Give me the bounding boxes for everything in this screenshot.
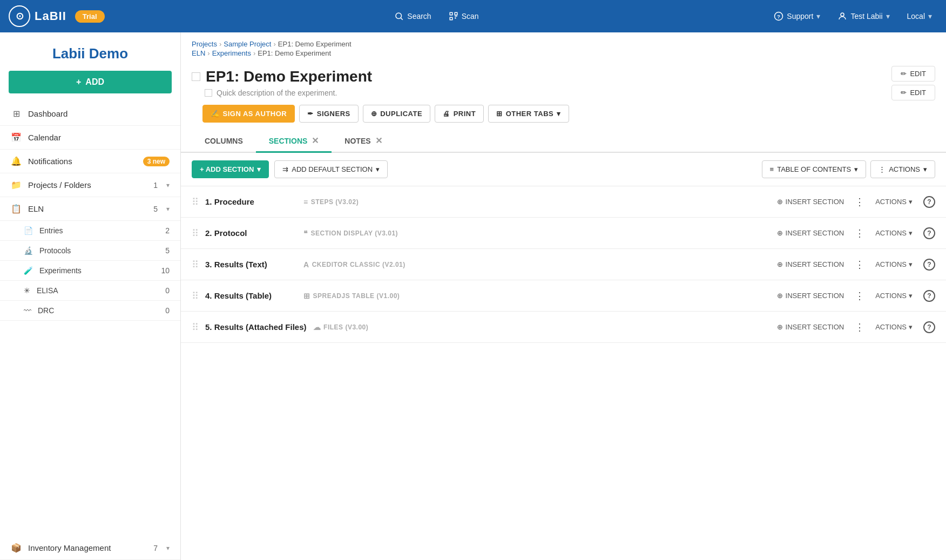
- content-area: Projects › Sample Project › EP1: Demo Ex…: [181, 32, 946, 560]
- insert-section-button[interactable]: ⊕ INSERT SECTION: [772, 195, 850, 208]
- edit-buttons: ✏ EDIT ✏ EDIT: [891, 66, 935, 100]
- insert-section-button[interactable]: ⊕ INSERT SECTION: [772, 320, 850, 334]
- signers-label: SIGNERS: [317, 110, 350, 118]
- help-icon[interactable]: ?: [923, 227, 935, 239]
- insert-section-button[interactable]: ⊕ INSERT SECTION: [772, 289, 850, 302]
- experiments-count: 10: [161, 266, 170, 275]
- section-type-label: SECTION DISPLAY (V3.01): [311, 230, 398, 237]
- sidebar-item-label: Projects / Folders: [28, 180, 147, 190]
- sidebar-item-calendar[interactable]: 📅 Calendar: [0, 126, 180, 150]
- edit-button-2[interactable]: ✏ EDIT: [891, 85, 935, 100]
- support-label: Support: [787, 12, 813, 21]
- sidebar-item-entries[interactable]: 📄 Entries 2: [0, 221, 180, 241]
- sign-as-author-button[interactable]: ✍ SIGN AS AUTHOR: [202, 105, 295, 123]
- section-actions-button[interactable]: ACTIONS ▾: [870, 320, 918, 334]
- other-tabs-button[interactable]: ⊞ OTHER TABS ▾: [488, 105, 569, 123]
- pencil-icon-2: ✏: [901, 89, 907, 97]
- section-type-label: CKEDITOR CLASSIC (V2.01): [312, 261, 406, 268]
- tab-notes-close[interactable]: ✕: [375, 136, 382, 146]
- toolbar-right: ≡ TABLE OF CONTENTS ▾ ⋮ ACTIONS ▾: [762, 160, 935, 178]
- breadcrumb-current-2: EP1: Demo Experiment: [258, 49, 331, 57]
- locale-button[interactable]: Local ▾: [902, 9, 937, 24]
- breadcrumb-experiments[interactable]: Experiments: [212, 49, 251, 57]
- section-row-right: ⊕ INSERT SECTION ⋮ ACTIONS ▾ ?: [772, 289, 935, 302]
- vertical-dots-icon: ⋮: [855, 321, 864, 333]
- edit-button-1[interactable]: ✏ EDIT: [891, 66, 935, 82]
- sections-actions-button[interactable]: ⋮ ACTIONS ▾: [870, 160, 935, 178]
- tabs-icon: ⊞: [496, 110, 503, 118]
- search-button[interactable]: Search: [389, 8, 436, 24]
- print-button[interactable]: 🖨 PRINT: [435, 105, 484, 123]
- breadcrumb: Projects › Sample Project › EP1: Demo Ex…: [181, 32, 946, 62]
- duplicate-icon: ⊕: [371, 110, 377, 118]
- sidebar-item-protocols[interactable]: 🔬 Protocols 5: [0, 241, 180, 261]
- drag-handle[interactable]: ⠿: [192, 227, 199, 239]
- drag-handle[interactable]: ⠿: [192, 290, 199, 302]
- svg-rect-2: [450, 12, 452, 15]
- drag-handle[interactable]: ⠿: [192, 196, 199, 208]
- tab-sections-label: SECTIONS: [269, 137, 308, 145]
- help-icon[interactable]: ?: [923, 290, 935, 302]
- sidebar-item-projects[interactable]: 📁 Projects / Folders 1 ▾: [0, 173, 180, 197]
- insert-label: INSERT SECTION: [786, 229, 844, 237]
- section-actions-button[interactable]: ACTIONS ▾: [870, 258, 918, 271]
- section-actions-button[interactable]: ACTIONS ▾: [870, 195, 918, 208]
- help-icon[interactable]: ?: [923, 321, 935, 333]
- tab-notes[interactable]: NOTES ✕: [332, 130, 395, 153]
- add-section-button[interactable]: + ADD SECTION ▾: [192, 160, 269, 178]
- add-button[interactable]: + ADD: [9, 71, 172, 93]
- inventory-icon: 📦: [11, 543, 22, 553]
- sections-actions-label: ACTIONS: [889, 165, 920, 173]
- tab-sections-close[interactable]: ✕: [312, 136, 319, 146]
- help-icon[interactable]: ?: [923, 259, 935, 271]
- elisa-count: 0: [165, 286, 170, 295]
- add-default-label: ADD DEFAULT SECTION: [292, 165, 373, 173]
- vertical-dots-icon: ⋮: [855, 290, 864, 302]
- trial-badge: Trial: [75, 10, 105, 23]
- desc-checkbox[interactable]: [205, 89, 212, 97]
- support-button[interactable]: ? Support ▾: [768, 8, 826, 24]
- sidebar-item-eln[interactable]: 📋 ELN 5 ▾: [0, 197, 180, 221]
- elisa-icon: ✳: [24, 286, 30, 295]
- tab-columns-label: COLUMNS: [205, 137, 243, 145]
- breadcrumb-eln[interactable]: ELN: [192, 49, 205, 57]
- add-default-section-button[interactable]: ⇉ ADD DEFAULT SECTION ▾: [274, 160, 388, 178]
- tab-columns[interactable]: COLUMNS: [192, 131, 256, 152]
- section-type-label: FILES (V3.00): [323, 323, 368, 331]
- svg-rect-5: [455, 17, 456, 18]
- sidebar-item-drc[interactable]: 〰 DRC 0: [0, 301, 180, 321]
- title-checkbox[interactable]: [192, 72, 200, 81]
- sidebar-item-dashboard[interactable]: ⊞ Dashboard: [0, 102, 180, 126]
- sidebar-item-experiments[interactable]: 🧪 Experiments 10: [0, 261, 180, 281]
- scan-button[interactable]: Scan: [443, 8, 484, 24]
- drag-handle[interactable]: ⠿: [192, 321, 199, 333]
- table-of-contents-button[interactable]: ≡ TABLE OF CONTENTS ▾: [762, 160, 867, 178]
- chevron-down-icon: ▾: [166, 205, 170, 213]
- duplicate-button[interactable]: ⊕ DUPLICATE: [363, 105, 430, 123]
- sidebar-item-elisa[interactable]: ✳ ELISA 0: [0, 281, 180, 301]
- help-icon[interactable]: ?: [923, 196, 935, 208]
- insert-section-button[interactable]: ⊕ INSERT SECTION: [772, 258, 850, 271]
- insert-section-button[interactable]: ⊕ INSERT SECTION: [772, 226, 850, 240]
- breadcrumb-projects[interactable]: Projects: [192, 40, 217, 48]
- section-actions-button[interactable]: ACTIONS ▾: [870, 226, 918, 240]
- eln-icon: 📋: [11, 204, 22, 214]
- actions-label: ACTIONS: [875, 292, 907, 300]
- breadcrumb-sample-project[interactable]: Sample Project: [224, 40, 271, 48]
- chevron-down-icon: ▾: [166, 544, 170, 552]
- add-section-chevron: ▾: [257, 165, 261, 173]
- projects-count: 1: [153, 181, 158, 190]
- tab-sections[interactable]: SECTIONS ✕: [256, 130, 332, 153]
- insert-icon: ⊕: [777, 292, 783, 300]
- toc-icon: ≡: [770, 165, 774, 173]
- sidebar-item-notifications[interactable]: 🔔 Notifications 3 new: [0, 150, 180, 173]
- section-type-label: SPREADJS TABLE (V1.00): [313, 292, 400, 300]
- section-actions-button[interactable]: ACTIONS ▾: [870, 289, 918, 302]
- user-button[interactable]: Test Labii ▾: [832, 8, 895, 24]
- sidebar-item-label: Dashboard: [28, 109, 170, 118]
- signers-button[interactable]: ✒ SIGNERS: [299, 105, 359, 123]
- sidebar-item-inventory[interactable]: 📦 Inventory Management 7 ▾: [0, 536, 180, 560]
- drag-handle[interactable]: ⠿: [192, 259, 199, 271]
- breadcrumb-current-1: EP1: Demo Experiment: [278, 40, 352, 48]
- elisa-label: ELISA: [37, 286, 58, 295]
